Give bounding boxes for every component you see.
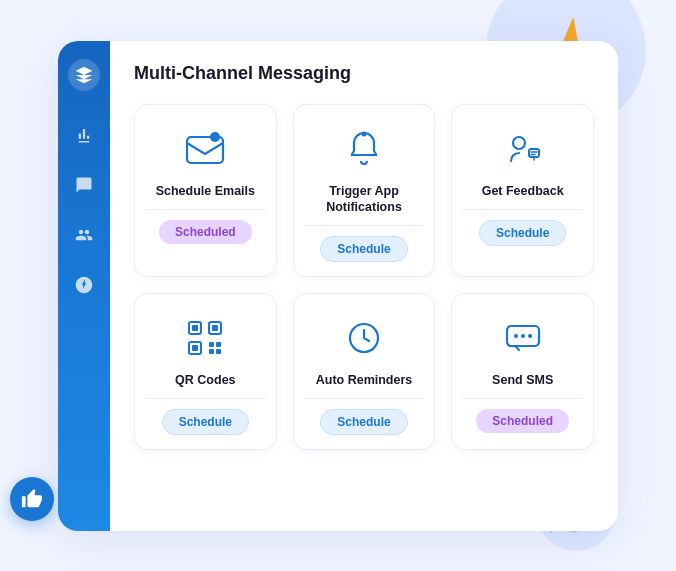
divider	[462, 398, 583, 399]
sidebar-item-users[interactable]	[70, 221, 98, 249]
svg-rect-7	[192, 325, 198, 331]
send-sms-badge[interactable]: Scheduled	[476, 409, 569, 433]
card-get-feedback-label: Get Feedback	[482, 183, 564, 199]
sidebar-item-support[interactable]	[70, 271, 98, 299]
svg-rect-5	[529, 149, 539, 157]
qr-codes-badge[interactable]: Schedule	[162, 409, 249, 435]
qr-codes-icon	[179, 312, 231, 364]
feature-grid: Schedule Emails Scheduled Trigger App No…	[134, 104, 594, 451]
float-thumbs-up-button[interactable]	[10, 477, 54, 521]
divider	[145, 398, 266, 399]
schedule-emails-badge[interactable]: Scheduled	[159, 220, 252, 244]
sidebar-item-chart[interactable]	[70, 121, 98, 149]
divider	[304, 225, 425, 226]
card-auto-reminders: Auto Reminders Schedule	[293, 293, 436, 450]
divider	[304, 398, 425, 399]
trigger-notifications-icon	[338, 123, 390, 175]
card-get-feedback: Get Feedback Schedule	[451, 104, 594, 278]
sidebar	[58, 41, 110, 531]
svg-point-2	[210, 132, 220, 142]
card-qr-codes-label: QR Codes	[175, 372, 235, 388]
svg-point-19	[521, 334, 525, 338]
svg-rect-13	[216, 342, 221, 347]
main-card: Multi-Channel Messaging Schedule Emails …	[58, 41, 618, 531]
svg-point-20	[528, 334, 532, 338]
trigger-notifications-badge[interactable]: Schedule	[320, 236, 407, 262]
get-feedback-icon	[497, 123, 549, 175]
svg-point-3	[361, 131, 366, 136]
card-schedule-emails: Schedule Emails Scheduled	[134, 104, 277, 278]
get-feedback-badge[interactable]: Schedule	[479, 220, 566, 246]
auto-reminders-icon	[338, 312, 390, 364]
divider	[462, 209, 583, 210]
card-auto-reminders-label: Auto Reminders	[316, 372, 413, 388]
card-trigger-notifications: Trigger App Notifications Schedule	[293, 104, 436, 278]
auto-reminders-badge[interactable]: Schedule	[320, 409, 407, 435]
card-send-sms: Send SMS Scheduled	[451, 293, 594, 450]
divider	[145, 209, 266, 210]
card-send-sms-label: Send SMS	[492, 372, 553, 388]
card-trigger-notifications-label: Trigger App Notifications	[304, 183, 425, 216]
svg-rect-15	[216, 349, 221, 354]
svg-rect-12	[209, 342, 214, 347]
sidebar-item-chat[interactable]	[70, 171, 98, 199]
send-sms-icon	[497, 312, 549, 364]
content-area: Multi-Channel Messaging Schedule Emails …	[110, 41, 618, 531]
page-title: Multi-Channel Messaging	[134, 63, 594, 84]
schedule-emails-icon	[179, 123, 231, 175]
svg-rect-14	[209, 349, 214, 354]
svg-rect-9	[212, 325, 218, 331]
svg-point-4	[513, 137, 525, 149]
svg-point-18	[514, 334, 518, 338]
sidebar-logo[interactable]	[68, 59, 100, 91]
card-qr-codes: QR Codes Schedule	[134, 293, 277, 450]
svg-rect-11	[192, 345, 198, 351]
card-schedule-emails-label: Schedule Emails	[156, 183, 255, 199]
